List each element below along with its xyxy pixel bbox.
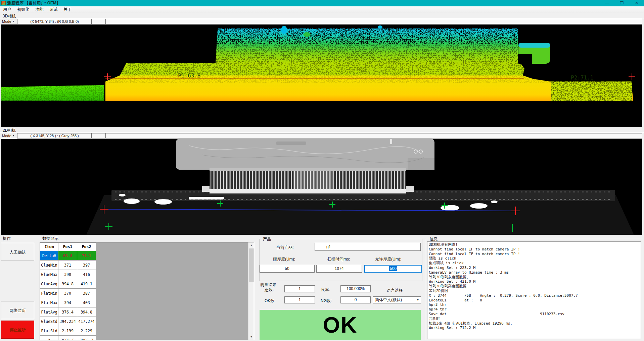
menu-item[interactable]: 初始化: [14, 6, 32, 13]
grid-value-cell[interactable]: 394.234: [58, 317, 77, 326]
menu-bar: 用户初始化功能调试关于: [0, 6, 644, 13]
info-log[interactable]: 3D相机没有网络! Cannot find local IF to match …: [427, 241, 641, 339]
grid-item-cell[interactable]: GlueAvg: [40, 279, 58, 289]
menu-item[interactable]: 调试: [46, 6, 60, 13]
grid-item-cell[interactable]: GlueMin: [40, 261, 58, 270]
grid-value-cell[interactable]: 71.1: [77, 251, 96, 261]
grid-value-cell[interactable]: 371: [58, 261, 77, 270]
grid-value-cell[interactable]: 63.8: [58, 251, 77, 261]
ok-count-label: OK数:: [265, 298, 276, 304]
current-product-field[interactable]: g1: [315, 243, 421, 251]
grid-scrollbar-thumb[interactable]: [249, 248, 254, 282]
ng-count-label: NG数:: [321, 298, 332, 304]
grid-item-cell[interactable]: FlatAvg: [40, 307, 58, 317]
language-select-label: 语言选择: [387, 288, 403, 293]
grid-value-cell[interactable]: 370: [58, 289, 77, 298]
grid-value-cell[interactable]: 376.4: [58, 307, 77, 317]
ops-section-label: 操作: [3, 236, 11, 241]
table-row: FlatMin370387: [40, 289, 96, 298]
minimize-icon[interactable]: —: [600, 0, 614, 6]
camera3d-mode-button[interactable]: Mode▼: [1, 19, 16, 24]
maximize-icon[interactable]: ❐: [614, 0, 629, 6]
total-label: 总数:: [265, 287, 274, 293]
menu-item[interactable]: 关于: [60, 6, 75, 13]
grid-value-cell[interactable]: 2.139: [58, 326, 77, 336]
network-listen-button[interactable]: 网络监听: [1, 301, 34, 319]
grid-value-cell[interactable]: 403: [77, 298, 96, 307]
camera2d-mode-bar: Mode▼ ( X 3145, Y 28 ) : ( Gray 255 ): [0, 132, 644, 138]
grid-item-cell[interactable]: X: [40, 336, 58, 340]
grid-value-cell[interactable]: 419.1: [77, 279, 96, 289]
grid-value-cell[interactable]: 416: [77, 270, 96, 279]
p2-measure-label: P2:71.1: [571, 74, 593, 81]
manual-confirm-button[interactable]: 人工确认: [1, 243, 34, 261]
table-row: FlatMax394403: [40, 298, 96, 307]
camera3d-pixel-readout: (X 5473, Y 84) : (R 0,G 0,B 0): [17, 19, 92, 24]
chevron-down-icon: ▼: [12, 134, 15, 137]
grid-column-header[interactable]: Pos2: [77, 243, 96, 251]
grid-value-cell[interactable]: 2581.5: [58, 336, 77, 340]
grid-value-cell[interactable]: 394: [58, 298, 77, 307]
grid-value-cell[interactable]: 394.8: [58, 279, 77, 289]
stop-listen-button[interactable]: 停止监听: [1, 321, 34, 339]
grid-item-cell[interactable]: FlatMin: [40, 289, 58, 298]
grid-item-cell[interactable]: FlatStd: [40, 326, 58, 336]
chevron-down-icon: ▼: [416, 297, 419, 303]
ok-count-field[interactable]: 1: [284, 296, 315, 303]
yield-label: 良率:: [321, 287, 330, 293]
ng-count-field[interactable]: 0: [340, 296, 371, 303]
grid-item-cell[interactable]: FlatMax: [40, 298, 58, 307]
selected-text: 500: [389, 266, 397, 271]
language-combobox[interactable]: 简体中文(默认)▼: [373, 296, 421, 303]
table-row: X2581.57966.7: [40, 336, 96, 340]
grid-value-cell[interactable]: 387: [77, 289, 96, 298]
title-bar: 测膜程序 【当前用户: OEM】 — ❐ ✕: [0, 0, 644, 6]
table-row: GlueMax390416: [40, 270, 96, 279]
chevron-up-icon[interactable]: ▲: [248, 242, 254, 248]
window-controls: — ❐ ✕: [600, 0, 644, 6]
table-row: GlueAvg394.8419.1: [40, 279, 96, 289]
grid-item-cell[interactable]: GlueMax: [40, 270, 58, 279]
grid-item-cell[interactable]: DeltaH: [40, 251, 58, 261]
total-field[interactable]: 1: [284, 285, 315, 292]
scan-time-field[interactable]: 1074: [316, 265, 362, 273]
grid-value-cell[interactable]: 417.274: [77, 317, 96, 326]
film-thickness-label: 膜厚度(Um):: [273, 257, 295, 262]
grid-item-cell[interactable]: GlueStd: [40, 317, 58, 326]
close-icon[interactable]: ✕: [629, 0, 644, 6]
grid-value-cell[interactable]: 390: [58, 270, 77, 279]
film-thickness-field[interactable]: 50: [260, 265, 315, 273]
grid-section-label: 数据显示: [42, 236, 58, 241]
app-window: 测膜程序 【当前用户: OEM】 — ❐ ✕ 用户初始化功能调试关于 3D相机 …: [0, 0, 644, 341]
grid-value-cell[interactable]: 394.8: [77, 307, 96, 317]
grayscale-2d: [1, 139, 642, 235]
data-grid[interactable]: ItemPos1Pos2DeltaH63.871.1GlueMin371397G…: [40, 242, 254, 340]
grid-column-header[interactable]: Pos1: [58, 243, 77, 251]
camera2d-mode-button[interactable]: Mode▼: [1, 133, 16, 138]
window-title: 测膜程序 【当前用户: OEM】: [7, 0, 60, 6]
table-row: GlueMin371397: [40, 261, 96, 270]
allow-thickness-field[interactable]: 500: [364, 265, 422, 273]
grid-scrollbar[interactable]: ▲ ▼: [248, 242, 254, 340]
table-row: FlatAvg376.4394.8: [40, 307, 96, 317]
p1-measure-label: P1:63.8: [178, 72, 200, 79]
camera2d-status-long-cell: [106, 133, 642, 138]
camera3d-mode-bar: Mode▼ (X 5473, Y 84) : (R 0,G 0,B 0): [0, 18, 644, 24]
camera2d-status-cell: [92, 133, 106, 138]
app-icon: [1, 1, 6, 5]
camera3d-status-cell: [92, 19, 106, 24]
current-product-label: 当前产品:: [276, 245, 293, 250]
grid-value-cell[interactable]: 397: [77, 261, 96, 270]
camera3d-image-view[interactable]: P1:63.8 P2:71.1: [1, 24, 642, 127]
yield-field[interactable]: 100.000%: [340, 285, 371, 292]
grid-value-cell[interactable]: 2.229: [77, 326, 96, 336]
grid-value-cell[interactable]: 7966.7: [77, 336, 96, 340]
allow-thickness-label: 允许厚度(Um):: [375, 257, 401, 262]
grid-column-header[interactable]: Item: [40, 243, 58, 251]
menu-item[interactable]: 功能: [32, 6, 46, 13]
table-row: FlatStd2.1392.229: [40, 326, 96, 336]
menu-item[interactable]: 用户: [0, 6, 14, 13]
scan-time-label: 扫描时间ms:: [327, 257, 350, 262]
chevron-down-icon[interactable]: ▼: [248, 334, 254, 340]
camera2d-image-view[interactable]: [1, 139, 642, 235]
